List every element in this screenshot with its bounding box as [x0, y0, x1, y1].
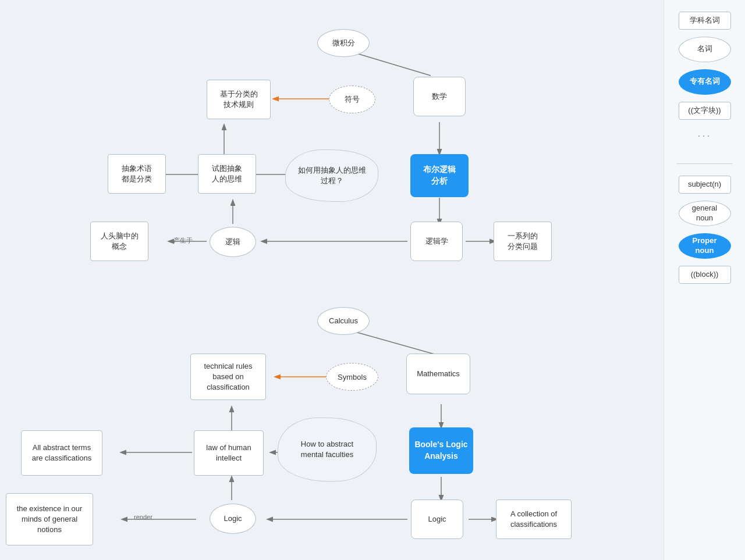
sidebar-block-cn[interactable]: ((文字块)) — [679, 102, 731, 120]
collection-cn-node: 一系列的 分类问题 — [494, 222, 552, 261]
sidebar-subject-n-cn[interactable]: 学科名词 — [679, 12, 731, 30]
existence-en-node: the existence in our minds of general no… — [6, 493, 93, 545]
logic-field-cn-node: 逻辑学 — [410, 222, 463, 261]
how-abstract-cn-node: 如何用抽象人的思维 过程？ — [285, 149, 378, 202]
sidebar-general-noun-en[interactable]: general noun — [679, 201, 731, 226]
all-abstract-en-node: All abstract terms are classifications — [21, 430, 102, 476]
generate-label-cn: 产生于 — [173, 236, 193, 245]
sidebar: 学科名词 名词 专有名词 ((文字块)) ... subject(n) gene — [664, 0, 745, 560]
calculus-en-node: Calculus — [317, 307, 370, 335]
calculus-cn-node: 微积分 — [317, 29, 370, 57]
diagram-container: 微积分 基于分类的 技术规则 符号 数学 布尔逻辑 分析 如何用抽象人的思维 过… — [0, 0, 745, 560]
math-cn-node: 数学 — [413, 77, 466, 116]
sidebar-proper-noun-en[interactable]: Proper noun — [679, 233, 731, 259]
law-en-node: law of human intellect — [194, 430, 264, 476]
math-en-node: Mathematics — [406, 354, 470, 394]
symbols-en-node: Symbols — [326, 363, 378, 391]
render-label-en: render — [134, 513, 152, 520]
sidebar-divider — [677, 163, 732, 164]
connections-svg — [0, 0, 745, 560]
sidebar-block-en[interactable]: ((block)) — [679, 266, 731, 284]
logic-field-en-node: Logic — [411, 500, 463, 539]
sidebar-proper-noun-cn[interactable]: 专有名词 — [679, 69, 731, 95]
sidebar-subject-n-en[interactable]: subject(n) — [679, 176, 731, 194]
sidebar-noun-cn[interactable]: 名词 — [679, 37, 731, 62]
boole-cn-node: 布尔逻辑 分析 — [410, 154, 469, 197]
concept-cn-node: 人头脑中的 概念 — [90, 222, 148, 261]
tech-rules-en-node: technical rules based on classification — [190, 354, 266, 400]
sidebar-bottom-section: subject(n) general noun Proper noun ((bl… — [679, 176, 731, 284]
logic-cn-node: 逻辑 — [210, 227, 256, 257]
boole-en-node: Boole's Logic Analysis — [409, 427, 473, 474]
tech-rules-cn-node: 基于分类的 技术规则 — [207, 80, 271, 119]
sidebar-dots-cn: ... — [697, 127, 711, 140]
collection-en-node: A collection of classifications — [496, 500, 572, 539]
abstract-terms-cn-node: 抽象术语 都是分类 — [108, 154, 166, 194]
symbol-cn-node: 符号 — [329, 85, 375, 113]
sidebar-top-section: 学科名词 名词 专有名词 ((文字块)) ... — [679, 12, 731, 140]
logic-en-agent-node: Logic — [210, 504, 256, 534]
how-abstract-en-node: How to abstract mental faculties — [278, 418, 377, 481]
try-abstract-cn-node: 试图抽象 人的思维 — [198, 154, 256, 194]
